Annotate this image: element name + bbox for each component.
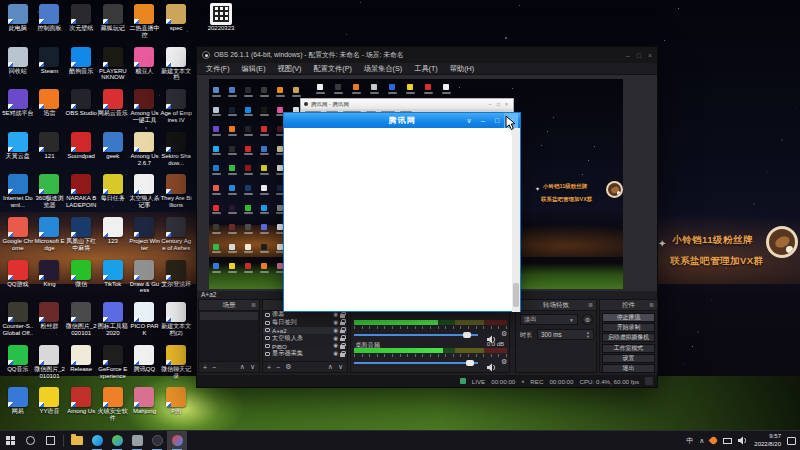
- obs-window-buttons[interactable]: –□×: [626, 52, 652, 59]
- desktop-icon[interactable]: 酷狗音乐: [65, 45, 97, 88]
- source-row[interactable]: 每日签到◉: [263, 319, 347, 327]
- spinner-arrows-icon[interactable]: ▲▼: [586, 331, 590, 338]
- volume-slider-handle[interactable]: [466, 360, 474, 366]
- desktop-icon[interactable]: Microsoft Edge: [34, 215, 66, 258]
- desktop-icon[interactable]: 太空狼人杀记事: [129, 172, 161, 215]
- desktop-icon[interactable]: 每日任务: [97, 172, 129, 215]
- visibility-eye-icon[interactable]: ◉: [333, 328, 338, 334]
- exit-button[interactable]: 退出: [602, 364, 655, 373]
- desktop-icon[interactable]: 藏狐玩记: [97, 2, 129, 45]
- dock-pin-icon[interactable]: ≣: [251, 301, 256, 308]
- desktop-icon[interactable]: Among Us 2.6.7: [129, 130, 161, 173]
- desktop-icon[interactable]: Project Winter: [129, 215, 161, 258]
- taskbar-chrome-active[interactable]: [167, 431, 187, 450]
- dock-pin-icon[interactable]: ≣: [649, 301, 654, 308]
- stop-streaming-button[interactable]: 停止推流: [602, 313, 655, 322]
- desktop-icon[interactable]: 凤凰山下红中麻将: [65, 215, 97, 258]
- menu-item-帮助[interactable]: 帮助(H): [444, 64, 480, 74]
- desktop-icon[interactable]: Counter-S.. Global Off..: [2, 300, 34, 343]
- desktop-icon[interactable]: Soundpad: [65, 130, 97, 173]
- settings-button[interactable]: 设置: [602, 354, 655, 363]
- start-virtual-camera-button[interactable]: 启动虚拟摄像机: [602, 333, 655, 342]
- visibility-eye-icon[interactable]: ◉: [333, 320, 338, 326]
- skin-dropdown-icon[interactable]: ∨: [462, 113, 476, 128]
- taskbar-start[interactable]: [0, 431, 20, 450]
- lock-icon[interactable]: [340, 330, 345, 334]
- menu-item-编辑[interactable]: 编辑(E): [236, 64, 272, 74]
- add-scene-button[interactable]: +: [203, 364, 207, 371]
- menu-item-文件[interactable]: 文件(F): [200, 64, 236, 74]
- menu-item-场景集合[interactable]: 场景集合(S): [358, 64, 408, 74]
- volume-icon[interactable]: [738, 436, 748, 445]
- volume-slider-handle[interactable]: [463, 332, 471, 338]
- desktop-icon[interactable]: 123: [97, 215, 129, 258]
- volume-slider[interactable]: ⚙: [354, 358, 507, 367]
- lock-icon[interactable]: [340, 353, 345, 357]
- desktop-icon[interactable]: geek: [97, 130, 129, 173]
- desktop-icon[interactable]: Among Us一键工具: [129, 87, 161, 130]
- desktop-icon[interactable]: 天翼云盘: [2, 130, 34, 173]
- desktop-icon[interactable]: 新建文本文档: [160, 45, 192, 88]
- desktop-icon[interactable]: 糖豆人: [129, 45, 161, 88]
- desktop-icon[interactable]: Internet Downl...: [2, 172, 34, 215]
- transition-config-button[interactable]: ⚙: [582, 314, 593, 325]
- speaker-icon[interactable]: [487, 358, 497, 376]
- source-up-button[interactable]: ∧: [328, 363, 333, 371]
- desktop-icon[interactable]: 图标工具箱 2020: [97, 300, 129, 343]
- desktop-icon[interactable]: 360极速浏览器: [34, 172, 66, 215]
- taskbar-clock[interactable]: 9:57 2022/8/20: [754, 433, 781, 447]
- desktop-icon[interactable]: YY语音: [34, 385, 66, 428]
- desktop-icon[interactable]: PLAYERUNKNOWN'S: [97, 45, 129, 88]
- maximize-icon[interactable]: □: [637, 52, 641, 59]
- close-icon[interactable]: ×: [648, 52, 652, 59]
- desktop-icon[interactable]: QQ游戏: [2, 258, 34, 301]
- desktop-icon[interactable]: 次元壁纸: [65, 2, 97, 45]
- transition-select[interactable]: 淡出 ▼: [520, 314, 578, 325]
- tray-expand-icon[interactable]: ∧: [699, 437, 704, 445]
- lock-icon[interactable]: [340, 322, 345, 326]
- popup-scrollbar-thumb[interactable]: [513, 283, 519, 307]
- desktop-icon[interactable]: 微信: [65, 258, 97, 301]
- dock-pin-icon[interactable]: ≣: [588, 301, 593, 308]
- menu-item-工具[interactable]: 工具(T): [408, 64, 444, 74]
- desktop-icon[interactable]: Mahjong: [129, 385, 161, 428]
- scene-list[interactable]: [199, 311, 259, 363]
- scenes-panel-header[interactable]: 场景 ≣: [199, 300, 259, 311]
- menu-item-配置文件[interactable]: 配置文件(P): [308, 64, 358, 74]
- desktop-icon[interactable]: 艾尔登法环: [160, 258, 192, 301]
- action-center-icon[interactable]: [787, 437, 796, 445]
- remove-scene-button[interactable]: −: [212, 364, 216, 371]
- desktop-icon[interactable]: PICO PARK: [129, 300, 161, 343]
- lock-icon[interactable]: [340, 314, 345, 318]
- desktop-icon[interactable]: Age of Empires IV: [160, 87, 192, 130]
- taskbar-capture-app[interactable]: [127, 431, 147, 450]
- controls-panel-header[interactable]: 控件 ≣: [600, 300, 657, 311]
- desktop-icon[interactable]: TikTok: [97, 258, 129, 301]
- desktop-icon[interactable]: King: [34, 258, 66, 301]
- desktop-icon[interactable]: GeForce Experience: [97, 343, 129, 386]
- taskbar-file-explorer[interactable]: [67, 431, 87, 450]
- taskbar-browser-360[interactable]: [107, 431, 127, 450]
- popup-titlebar[interactable]: 腾讯网 ∨–□×: [284, 113, 520, 128]
- maximize-icon[interactable]: □: [490, 113, 504, 128]
- desktop-icon[interactable]: Release: [65, 343, 97, 386]
- remove-source-button[interactable]: −: [276, 364, 280, 371]
- desktop-icon[interactable]: 网易云音乐: [97, 87, 129, 130]
- taskbar-edge[interactable]: [87, 431, 107, 450]
- transitions-panel-header[interactable]: 转场特效 ≣: [516, 300, 596, 311]
- desktop-icon[interactable]: 微信图片_2020101: [65, 300, 97, 343]
- add-source-button[interactable]: +: [267, 364, 271, 371]
- huorong-flame-icon[interactable]: [709, 436, 719, 446]
- visibility-eye-icon[interactable]: ◉: [333, 312, 338, 318]
- taskbar-obs-app[interactable]: [147, 431, 167, 450]
- resize-grip[interactable]: [645, 377, 653, 385]
- desktop-icon[interactable]: 新建文本文档(2): [160, 300, 192, 343]
- start-recording-button[interactable]: 开始录制: [602, 323, 655, 332]
- obs-titlebar[interactable]: OBS 26.1.1 (64-bit, windows) - 配置文件: 未命名…: [197, 47, 657, 63]
- desktop-icon[interactable]: 火绒安全软件: [97, 385, 129, 428]
- source-row[interactable]: 显示器采集◉: [263, 350, 347, 358]
- desktop-icon[interactable]: 网易: [2, 385, 34, 428]
- desktop-icon[interactable]: OBS Studio: [65, 87, 97, 130]
- desktop-icon[interactable]: 腾讯QQ: [129, 343, 161, 386]
- display-icon[interactable]: [723, 438, 732, 444]
